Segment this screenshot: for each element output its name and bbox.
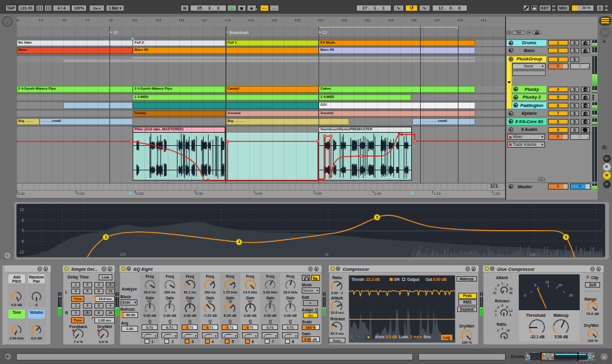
svg-text:20: 20 — [569, 293, 573, 297]
svg-text:10: 10 — [545, 280, 549, 284]
svg-text:5: 5 — [534, 283, 537, 287]
svg-text:15: 15 — [558, 283, 562, 287]
svg-text:0: 0 — [524, 293, 527, 297]
